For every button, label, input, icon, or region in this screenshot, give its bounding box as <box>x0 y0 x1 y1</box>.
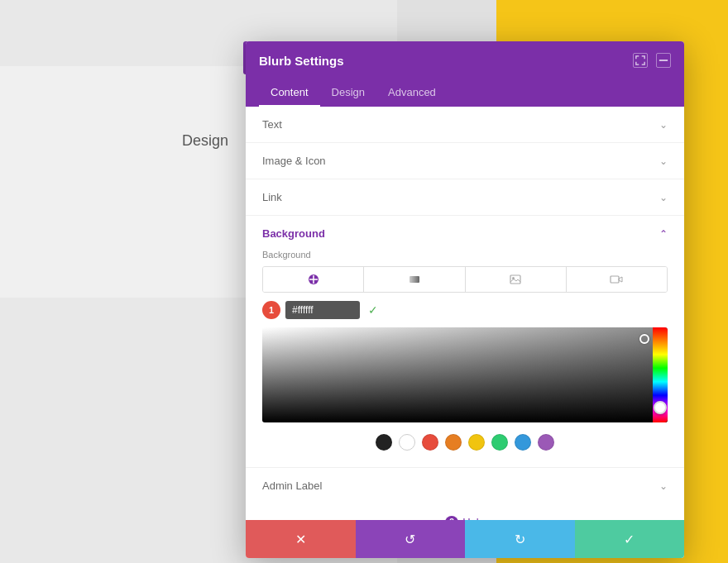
design-label: Design <box>182 132 228 150</box>
svg-rect-0 <box>659 60 668 61</box>
white-panel <box>0 66 265 298</box>
section-background-expanded: Background ⌃ Background <box>246 216 684 468</box>
svg-rect-5 <box>611 276 619 283</box>
cancel-icon: ✕ <box>295 532 306 547</box>
section-text-label: Text <box>262 118 282 131</box>
swatch-purple[interactable] <box>538 434 554 451</box>
gradient-dark <box>262 327 668 422</box>
section-background-header[interactable]: Background ⌃ <box>262 227 668 240</box>
section-text-arrow: ⌄ <box>659 119 668 131</box>
swatch-blue[interactable] <box>515 434 531 451</box>
color-number-badge: 1 <box>262 301 280 319</box>
modal-footer: ✕ ↺ ↻ ✓ <box>246 520 684 558</box>
section-admin-label[interactable]: Admin Label ⌄ <box>246 468 684 503</box>
background-label: Background <box>262 250 668 260</box>
swatch-black[interactable] <box>376 434 392 451</box>
swatch-white[interactable] <box>399 434 415 451</box>
collapse-icon[interactable] <box>656 53 671 68</box>
save-icon: ✓ <box>624 532 635 547</box>
section-image-icon-label: Image & Icon <box>262 155 326 167</box>
picker-handle[interactable] <box>639 334 649 344</box>
color-picker-area[interactable] <box>262 327 668 422</box>
blurb-settings-modal: Blurb Settings Content Design Advanced T… <box>246 41 684 558</box>
reset-button[interactable]: ↺ <box>356 520 466 558</box>
section-background-title: Background <box>262 227 325 240</box>
save-button[interactable]: ✓ <box>575 520 685 558</box>
swatch-yellow[interactable] <box>468 434 485 451</box>
bg-type-video[interactable] <box>567 267 667 292</box>
swatch-red[interactable] <box>422 434 438 451</box>
section-image-icon[interactable]: Image & Icon ⌄ <box>246 143 684 179</box>
hue-handle[interactable] <box>654 401 667 414</box>
color-check-icon[interactable]: ✓ <box>368 303 378 317</box>
swatch-green[interactable] <box>491 434 508 451</box>
modal-header-icons <box>633 53 671 68</box>
background-type-tabs <box>262 266 668 293</box>
redo-icon: ↻ <box>515 532 525 547</box>
modal-body: Text ⌄ Image & Icon ⌄ Link ⌄ Background … <box>246 107 684 520</box>
expand-icon[interactable] <box>633 53 648 68</box>
section-link-label: Link <box>262 191 282 203</box>
modal-tabs: Content Design Advanced <box>246 79 684 107</box>
swatch-orange[interactable] <box>445 434 462 451</box>
color-hex-input[interactable] <box>285 301 360 319</box>
admin-label-text: Admin Label <box>262 480 322 492</box>
color-swatches <box>262 431 668 456</box>
admin-label-arrow: ⌄ <box>659 480 668 492</box>
tab-advanced[interactable]: Advanced <box>376 79 448 107</box>
hue-slider[interactable] <box>653 327 668 422</box>
reset-icon: ↺ <box>405 532 415 547</box>
color-input-row: 1 ✓ <box>262 301 668 319</box>
bg-type-color[interactable] <box>263 267 364 292</box>
svg-rect-3 <box>510 275 520 284</box>
help-row: ? Help <box>246 503 684 520</box>
section-background-arrow: ⌃ <box>659 228 668 240</box>
section-link-arrow: ⌄ <box>659 192 668 203</box>
redo-button[interactable]: ↻ <box>465 520 575 558</box>
modal-title: Blurb Settings <box>259 54 344 68</box>
section-text[interactable]: Text ⌄ <box>246 107 684 143</box>
cancel-button[interactable]: ✕ <box>246 520 356 558</box>
section-link[interactable]: Link ⌄ <box>246 179 684 216</box>
bg-type-image[interactable] <box>466 267 567 292</box>
tab-content[interactable]: Content <box>259 79 320 107</box>
modal-header: Blurb Settings <box>246 41 684 79</box>
svg-rect-2 <box>410 276 419 283</box>
tab-design[interactable]: Design <box>320 79 376 107</box>
section-image-icon-arrow: ⌄ <box>659 155 668 167</box>
bg-type-gradient[interactable] <box>364 267 465 292</box>
